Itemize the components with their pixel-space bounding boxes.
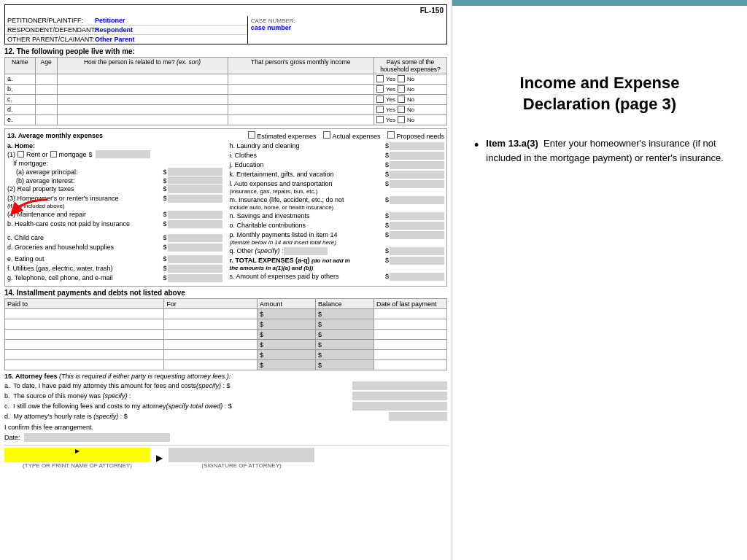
- expenses-grid: a. Home: (1) Rent or mortgage $ If mortg…: [7, 142, 444, 284]
- confirm-text: I confirm this fee arrangement.: [4, 424, 447, 431]
- table-row: $$: [5, 319, 447, 330]
- real-property-row: (2) Real property taxes $: [7, 185, 222, 193]
- attorney-fees-a: a. To date, I have paid my attorney this…: [4, 381, 447, 390]
- arrow-annotation: [11, 196, 55, 218]
- laundry-row: h. Laundry and cleaning $: [230, 142, 445, 150]
- expenses-right-col: h. Laundry and cleaning $ i. Clothes $ j…: [230, 142, 445, 284]
- child-care-input[interactable]: [168, 234, 222, 242]
- col-name: Name: [5, 58, 36, 74]
- table-row: $$: [5, 340, 447, 350]
- section-12-title: 12. The following people live with me:: [4, 47, 447, 55]
- rent-cb[interactable]: [18, 151, 24, 158]
- attorney-name-input[interactable]: ▶: [4, 448, 150, 462]
- atty-fees-c-input[interactable]: [352, 402, 447, 411]
- atty-fees-d-input[interactable]: [389, 412, 447, 421]
- insurance-row: m. Insurance (life, accident, etc.; do n…: [230, 196, 445, 211]
- mortgage-cb[interactable]: [50, 151, 57, 158]
- atty-fees-b-input[interactable]: [352, 392, 447, 400]
- avg-interest-row: (b) average interest: $: [16, 176, 222, 184]
- col-balance: Balance: [316, 299, 374, 309]
- amount-paid-input[interactable]: [390, 273, 444, 281]
- groceries-input[interactable]: [168, 244, 222, 252]
- table-row: b. Yes No: [5, 85, 447, 95]
- estimated-cb[interactable]: [248, 131, 255, 139]
- yes-cb[interactable]: [376, 75, 384, 82]
- other-row: q. Other (specify) : $: [230, 247, 445, 255]
- health-care-input[interactable]: [168, 220, 222, 228]
- savings-row: n. Savings and investments $: [230, 212, 445, 220]
- real-property-input[interactable]: [168, 185, 222, 193]
- avg-principal-input[interactable]: [168, 168, 222, 176]
- auto-input[interactable]: [390, 180, 444, 188]
- col-income: That person's gross monthly income: [228, 58, 374, 74]
- proposed-cb[interactable]: [387, 131, 395, 139]
- col-for: For: [164, 299, 258, 309]
- home-label: a. Home:: [7, 142, 222, 149]
- info-panel-content: • Item 13.a(3) Enter your homeowner's in…: [474, 136, 725, 165]
- avg-interest-input[interactable]: [168, 176, 222, 184]
- table-row: e. Yes No: [5, 115, 447, 125]
- monthly-payments-input[interactable]: [390, 231, 444, 239]
- attorney-fees-c: c. I still owe the following fees and co…: [4, 402, 447, 411]
- case-number-block: CASE NUMBER: case number: [248, 16, 446, 44]
- auto-row: l. Auto expenses and transportation(insu…: [230, 180, 445, 195]
- other-amount-input[interactable]: [390, 247, 444, 255]
- entertainment-input[interactable]: [390, 171, 444, 179]
- charitable-row: o. Charitable contributions $: [230, 222, 445, 230]
- section-13: 13. Average monthly expenses Estimated e…: [4, 128, 447, 287]
- groceries-row: d. Groceries and household supplies $: [7, 244, 222, 252]
- health-care-row: b. Health-care costs not paid by insuran…: [7, 220, 222, 228]
- eating-out-input[interactable]: [168, 255, 222, 263]
- clothes-input[interactable]: [390, 152, 444, 160]
- section-12-table: Name Age How the person is related to me…: [4, 57, 447, 125]
- other-parent-row: OTHER PARENT/CLAIMANT: Other Parent: [5, 35, 247, 44]
- utilities-row: f. Utilities (gas, electric, water, tras…: [7, 265, 222, 273]
- info-panel: Income and Expense Declaration (page 3) …: [452, 0, 747, 560]
- atty-fees-a-input[interactable]: [352, 381, 447, 390]
- rent-mortgage-row: (1) Rent or mortgage $: [7, 150, 222, 158]
- laundry-input[interactable]: [390, 142, 444, 150]
- bullet-dot: •: [474, 138, 479, 153]
- table-row: a. Yes No: [5, 74, 447, 85]
- section-14: 14. Installment payments and debts not l…: [4, 289, 447, 370]
- col-pays: Pays some of the household expenses?: [374, 58, 447, 74]
- form-panel: FL-150 PETITIONER/PLAINTIFF: Petitioner …: [0, 0, 452, 560]
- total-expenses-row: r. TOTAL EXPENSES (a-q) (do not add inth…: [230, 257, 445, 271]
- maintenance-input[interactable]: [168, 211, 222, 219]
- table-row: $$: [5, 350, 447, 360]
- telephone-input[interactable]: [168, 274, 222, 282]
- other-specify-input[interactable]: [284, 247, 328, 255]
- monthly-payments-row: p. Monthly payments listed in item 14(it…: [230, 231, 445, 246]
- child-care-row: c. Child care $: [7, 234, 222, 242]
- amount-paid-row: s. Amount of expenses paid by others $: [230, 273, 445, 281]
- homeowner-input[interactable]: [168, 195, 222, 203]
- table-row: $$: [5, 309, 447, 319]
- no-cb[interactable]: [398, 75, 405, 82]
- entertainment-row: k. Entertainment, gifts, and vacation $: [230, 171, 445, 179]
- section-13-header: 13. Average monthly expenses Estimated e…: [7, 131, 444, 140]
- table-row: c. Yes No: [5, 95, 447, 105]
- signature-row: ▶ (TYPE OR PRINT NAME OF ATTORNEY) ▶ (SI…: [4, 445, 447, 469]
- avg-principal-row: (a) average principal: $: [16, 168, 222, 176]
- savings-input[interactable]: [390, 212, 444, 220]
- utilities-input[interactable]: [168, 265, 222, 273]
- bullet-text: Item 13.a(3) Enter your homeowner's insu…: [486, 136, 725, 165]
- col-relation: How the person is related to me? (ex. so…: [57, 58, 228, 74]
- actual-cb[interactable]: [323, 131, 330, 139]
- section-15-title: 15. Attorney fees (This is required if e…: [4, 373, 447, 380]
- bullet-item: • Item 13.a(3) Enter your homeowner's in…: [474, 136, 725, 165]
- petitioner-row: PETITIONER/PLAINTIFF: Petitioner: [5, 16, 247, 26]
- table-row: $$: [5, 330, 447, 340]
- total-expenses-input[interactable]: [390, 257, 444, 265]
- attorney-signature-input[interactable]: [169, 448, 314, 462]
- col-amount: Amount: [258, 299, 316, 309]
- education-input[interactable]: [390, 161, 444, 169]
- form-footer: I confirm this fee arrangement. Date: ▶ …: [4, 424, 447, 469]
- insurance-input[interactable]: [390, 196, 444, 204]
- clothes-row: i. Clothes $: [230, 152, 445, 160]
- charitable-input[interactable]: [390, 222, 444, 230]
- date-input[interactable]: [24, 433, 170, 442]
- rent-mortgage-input[interactable]: [96, 150, 150, 158]
- table-row: $$: [5, 360, 447, 370]
- respondent-row: RESPONDENT/DEFENDANT: Respondent: [5, 26, 247, 35]
